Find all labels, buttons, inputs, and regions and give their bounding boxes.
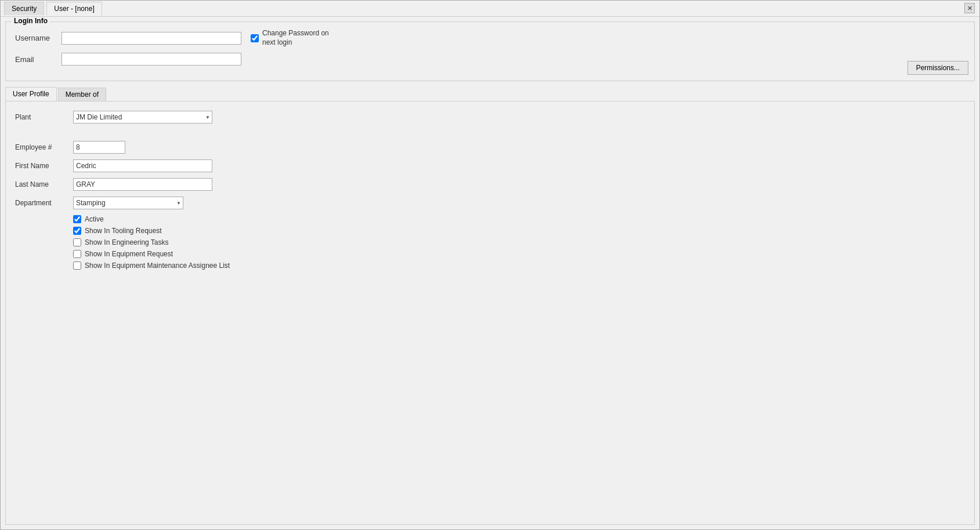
first-name-row: First Name [15,159,965,172]
active-label[interactable]: Active [85,215,104,223]
login-info-legend: Login Info [12,17,50,25]
show-engineering-checkbox-item: Show In Engineering Tasks [73,238,965,246]
tab-security[interactable]: Security [4,2,44,15]
change-password-checkbox[interactable] [251,34,259,42]
first-name-input[interactable] [73,159,212,172]
employee-row: Employee # [15,141,965,154]
tab-content: Plant JM Die Limited Employee # First Na… [5,101,975,525]
permissions-button[interactable]: Permissions... [907,61,968,75]
username-input[interactable] [62,32,241,45]
email-input[interactable] [62,53,241,66]
show-tooling-label[interactable]: Show In Tooling Request [85,227,162,235]
show-tooling-checkbox-item: Show In Tooling Request [73,227,965,235]
email-label: Email [15,55,62,64]
plant-row: Plant JM Die Limited [15,111,965,124]
tab-user[interactable]: User - [none] [46,2,102,16]
checkbox-group: Active Show In Tooling Request Show In E… [73,215,965,270]
email-row: Email [15,53,965,66]
show-equipment-request-checkbox-item: Show In Equipment Request [73,250,965,258]
login-info-group: Login Info Username Change Password on n… [5,21,975,81]
title-tabs: Security User - [none] [4,2,103,16]
active-checkbox[interactable] [73,215,81,223]
active-checkbox-item: Active [73,215,965,223]
show-equipment-maintenance-label[interactable]: Show In Equipment Maintenance Assignee L… [85,262,230,270]
last-name-input[interactable] [73,178,212,191]
show-equipment-request-label[interactable]: Show In Equipment Request [85,250,173,258]
change-password-label: Change Password on next login [262,29,332,47]
show-tooling-checkbox[interactable] [73,227,81,235]
main-window: Security User - [none] ✕ Login Info User… [0,0,980,530]
close-button[interactable]: ✕ [964,3,975,13]
tab-user-profile[interactable]: User Profile [5,87,57,101]
profile-tabs: User Profile Member of [5,87,975,101]
department-select[interactable]: Stamping [73,197,183,209]
tab-member-of[interactable]: Member of [58,88,106,101]
username-label: Username [15,34,62,42]
content-area: Login Info Username Change Password on n… [1,17,979,529]
plant-select-wrapper: JM Die Limited [73,111,212,124]
plant-select[interactable]: JM Die Limited [73,111,212,124]
plant-label: Plant [15,113,73,121]
department-label: Department [15,199,73,207]
last-name-row: Last Name [15,178,965,191]
show-engineering-label[interactable]: Show In Engineering Tasks [85,238,169,246]
show-equipment-request-checkbox[interactable] [73,250,81,258]
employee-label: Employee # [15,143,73,151]
last-name-label: Last Name [15,180,73,188]
show-equipment-maintenance-checkbox[interactable] [73,262,81,270]
employee-input[interactable] [73,141,125,154]
first-name-label: First Name [15,162,73,170]
title-bar: Security User - [none] ✕ [1,1,979,17]
department-select-wrapper: Stamping [73,197,183,209]
department-row: Department Stamping [15,197,965,209]
show-engineering-checkbox[interactable] [73,238,81,246]
username-row: Username Change Password on next login [15,29,965,47]
show-equipment-maintenance-checkbox-item: Show In Equipment Maintenance Assignee L… [73,262,965,270]
